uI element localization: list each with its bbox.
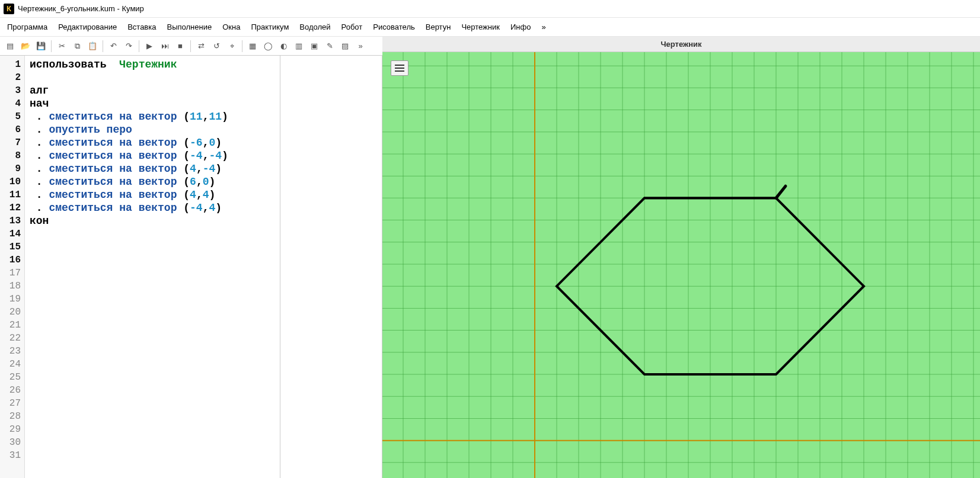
cut-button[interactable]: ✂ bbox=[55, 40, 68, 53]
menu-item-инфо[interactable]: Инфо bbox=[506, 20, 535, 34]
line-number: 2 bbox=[1, 71, 21, 84]
grid-svg bbox=[382, 52, 980, 478]
menu-item-рисователь[interactable]: Рисователь bbox=[368, 20, 419, 34]
app-icon: К bbox=[4, 4, 14, 14]
code-line[interactable]: . сместиться на вектор (4,-4) bbox=[30, 162, 377, 175]
canvas[interactable] bbox=[382, 52, 980, 478]
menu-item-выполнение[interactable]: Выполнение bbox=[162, 20, 216, 34]
editor-split[interactable] bbox=[280, 56, 280, 478]
new-file-button[interactable]: ▤ bbox=[4, 40, 17, 53]
titlebar: К Чертежник_6-угольник.kum - Кумир bbox=[0, 0, 980, 18]
tool-5-button[interactable]: ▣ bbox=[308, 40, 321, 53]
code-line[interactable]: использовать Чертежник bbox=[30, 58, 377, 71]
line-number: 19 bbox=[1, 293, 21, 306]
line-number: 18 bbox=[1, 280, 21, 293]
main-area: ▤📂💾✂⧉📋↶↷▶⏭■⇄↺⌖▦◯◐▥▣✎▨» 12345678910111213… bbox=[0, 37, 980, 478]
line-number: 26 bbox=[1, 384, 21, 397]
toolbar-separator bbox=[139, 40, 139, 52]
tool-2-button[interactable]: ◯ bbox=[261, 40, 274, 53]
line-number: 5 bbox=[1, 110, 21, 123]
window-title: Чертежник_6-угольник.kum - Кумир bbox=[18, 4, 144, 13]
copy-button[interactable]: ⧉ bbox=[71, 40, 84, 53]
tool-3-button[interactable]: ◐ bbox=[277, 40, 290, 53]
menu-item-редактирование[interactable]: Редактирование bbox=[53, 20, 122, 34]
line-number: 28 bbox=[1, 410, 21, 423]
line-gutter: 1234567891011121314151617181920212223242… bbox=[0, 56, 25, 478]
line-number: 11 bbox=[1, 188, 21, 201]
svg-rect-0 bbox=[395, 65, 404, 66]
overflow-button[interactable]: » bbox=[354, 40, 367, 53]
right-pane-title: Чертежник bbox=[382, 37, 980, 52]
menu-item-чертежник[interactable]: Чертежник bbox=[457, 20, 505, 34]
paste-button[interactable]: 📋 bbox=[86, 40, 99, 53]
line-number: 8 bbox=[1, 149, 21, 162]
run-button[interactable]: ▶ bbox=[143, 40, 156, 53]
line-number: 4 bbox=[1, 97, 21, 110]
menu-item-вставка[interactable]: Вставка bbox=[123, 20, 161, 34]
toolbar: ▤📂💾✂⧉📋↶↷▶⏭■⇄↺⌖▦◯◐▥▣✎▨» bbox=[0, 37, 382, 56]
code-line[interactable]: кон bbox=[30, 214, 377, 227]
code-line[interactable]: . сместиться на вектор (6,0) bbox=[30, 175, 377, 188]
menu-item-водолей[interactable]: Водолей bbox=[295, 20, 335, 34]
menu-item-вертун[interactable]: Вертун bbox=[421, 20, 456, 34]
right-pane: Чертежник bbox=[382, 37, 980, 478]
code-line[interactable]: нач bbox=[30, 97, 377, 110]
line-number: 25 bbox=[1, 371, 21, 384]
code-line[interactable]: . сместиться на вектор (-6,0) bbox=[30, 136, 377, 149]
code-line[interactable]: . сместиться на вектор (4,4) bbox=[30, 188, 377, 201]
toolbar-separator bbox=[51, 40, 52, 52]
line-number: 20 bbox=[1, 306, 21, 319]
menu-item-программа[interactable]: Программа bbox=[2, 20, 52, 34]
line-number: 27 bbox=[1, 397, 21, 410]
toggle-a-button[interactable]: ⇄ bbox=[194, 40, 208, 53]
redo-button[interactable]: ↷ bbox=[122, 40, 135, 53]
line-number: 3 bbox=[1, 84, 21, 97]
menu-item-практикум[interactable]: Практикум bbox=[246, 20, 293, 34]
line-number: 1 bbox=[1, 58, 21, 71]
tool-7-button[interactable]: ▨ bbox=[339, 40, 352, 53]
code-line[interactable]: . сместиться на вектор (-4,-4) bbox=[30, 149, 377, 162]
svg-line-51 bbox=[776, 186, 786, 198]
step-button[interactable]: ⏭ bbox=[158, 40, 171, 53]
line-number: 29 bbox=[1, 423, 21, 436]
stop-button[interactable]: ■ bbox=[174, 40, 187, 53]
code-line[interactable] bbox=[30, 71, 377, 84]
line-number: 17 bbox=[1, 267, 21, 280]
line-number: 24 bbox=[1, 358, 21, 371]
line-number: 21 bbox=[1, 319, 21, 332]
line-number: 7 bbox=[1, 136, 21, 149]
tool-4-button[interactable]: ▥ bbox=[292, 40, 305, 53]
hamburger-icon bbox=[395, 65, 404, 72]
svg-rect-2 bbox=[395, 70, 404, 72]
editor-pane: ▤📂💾✂⧉📋↶↷▶⏭■⇄↺⌖▦◯◐▥▣✎▨» 12345678910111213… bbox=[0, 37, 382, 478]
line-number: 13 bbox=[1, 214, 21, 227]
undo-button[interactable]: ↶ bbox=[107, 40, 120, 53]
tool-1-button[interactable]: ▦ bbox=[246, 40, 259, 53]
line-number: 12 bbox=[1, 201, 21, 214]
line-number: 22 bbox=[1, 332, 21, 345]
canvas-menu-button[interactable] bbox=[391, 60, 408, 76]
toggle-b-button[interactable]: ↺ bbox=[210, 40, 223, 53]
code-line[interactable]: . сместиться на вектор (-4,4) bbox=[30, 201, 377, 214]
toolbar-separator bbox=[190, 40, 191, 52]
open-file-button[interactable]: 📂 bbox=[19, 40, 32, 53]
code-line[interactable]: . опустить перо bbox=[30, 123, 377, 136]
menu-item-»[interactable]: » bbox=[537, 20, 550, 34]
line-number: 15 bbox=[1, 240, 21, 254]
menu-item-окна[interactable]: Окна bbox=[218, 20, 245, 34]
tool-6-button[interactable]: ✎ bbox=[323, 40, 336, 53]
code-line[interactable]: алг bbox=[30, 84, 377, 97]
cursor-button[interactable]: ⌖ bbox=[225, 40, 238, 53]
toolbar-separator bbox=[103, 40, 103, 52]
code-editor[interactable]: использовать Чертежник алгнач . сместить… bbox=[25, 56, 382, 478]
line-number: 23 bbox=[1, 345, 21, 358]
line-number: 9 bbox=[1, 162, 21, 175]
menubar: ПрограммаРедактированиеВставкаВыполнение… bbox=[0, 18, 980, 37]
code-line[interactable]: . сместиться на вектор (11,11) bbox=[30, 110, 377, 123]
save-file-button[interactable]: 💾 bbox=[34, 40, 47, 53]
line-number: 31 bbox=[1, 449, 21, 462]
menu-item-робот[interactable]: Робот bbox=[337, 20, 368, 34]
line-number: 6 bbox=[1, 123, 21, 136]
line-number: 30 bbox=[1, 436, 21, 449]
toolbar-separator bbox=[242, 40, 242, 52]
